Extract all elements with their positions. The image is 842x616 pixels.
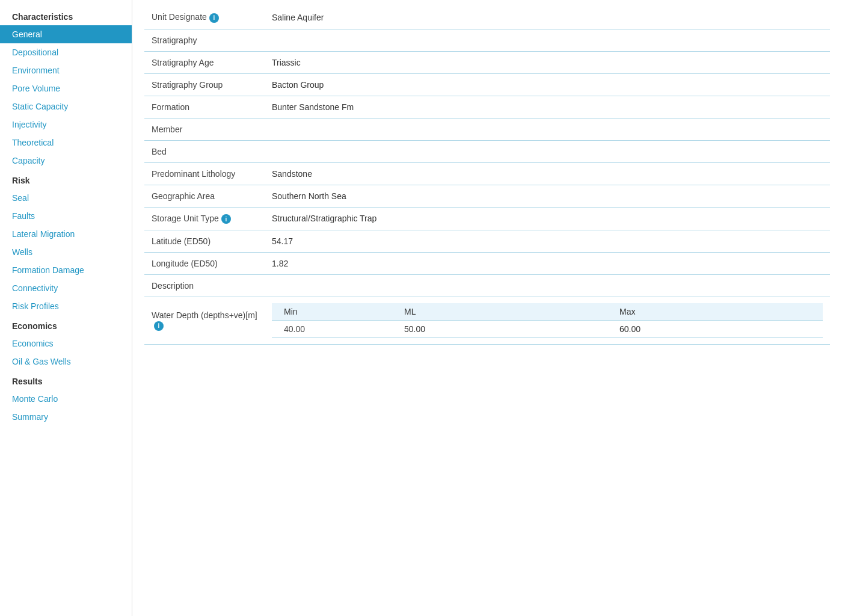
table-row: Description (144, 275, 830, 297)
row-value (265, 275, 830, 297)
sidebar-item-monte-carlo[interactable]: Monte Carlo (0, 390, 132, 408)
row-label: Member (144, 118, 265, 140)
water-depth-row: Water Depth (depths+ve)[m]iMinMLMax40.00… (144, 297, 830, 345)
general-table: Unit DesignateiSaline AquiferStratigraph… (144, 6, 830, 345)
table-row: Member (144, 118, 830, 140)
row-value (265, 118, 830, 140)
row-value: 54.17 (265, 230, 830, 253)
row-label: Formation (144, 96, 265, 118)
sub-table-value: 60.00 (607, 321, 823, 338)
sidebar-item-seal[interactable]: Seal (0, 189, 132, 207)
row-label: Description (144, 275, 265, 297)
row-value: Sandstone (265, 162, 830, 185)
sidebar-item-faults[interactable]: Faults (0, 207, 132, 225)
info-icon[interactable]: i (209, 13, 219, 23)
table-row: Unit DesignateiSaline Aquifer (144, 6, 830, 29)
row-value: Saline Aquifer (265, 6, 830, 29)
sidebar-item-wells[interactable]: Wells (0, 243, 132, 261)
sidebar-item-lateral-migration[interactable]: Lateral Migration (0, 225, 132, 243)
economics-section: Economics (0, 315, 132, 334)
sidebar-item-pore-volume[interactable]: Pore Volume (0, 79, 132, 97)
sidebar-item-risk-profiles[interactable]: Risk Profiles (0, 297, 132, 315)
sidebar-item-capacity[interactable]: Capacity (0, 152, 132, 170)
sub-table-header: Max (607, 303, 823, 321)
row-value: Southern North Sea (265, 185, 830, 207)
water-depth-label: Water Depth (depths+ve)[m]i (144, 297, 265, 345)
sidebar-item-oil-gas-wells[interactable]: Oil & Gas Wells (0, 353, 132, 371)
table-row: Longitude (ED50)1.82 (144, 253, 830, 275)
sub-table-value: 50.00 (392, 321, 607, 338)
risk-section: Risk (0, 170, 132, 189)
table-row: Stratigraphy AgeTriassic (144, 51, 830, 73)
sidebar-item-connectivity[interactable]: Connectivity (0, 279, 132, 297)
sidebar-item-injectivity[interactable]: Injectivity (0, 116, 132, 134)
table-row: Stratigraphy GroupBacton Group (144, 73, 830, 96)
sidebar-item-general[interactable]: General (0, 25, 132, 43)
row-label: Storage Unit Typei (144, 207, 265, 230)
row-label: Stratigraphy Age (144, 51, 265, 73)
sub-table-header: ML (392, 303, 607, 321)
row-label: Stratigraphy (144, 29, 265, 51)
table-row: Stratigraphy (144, 29, 830, 51)
sub-table-value: 40.00 (272, 321, 392, 338)
table-row: Geographic AreaSouthern North Sea (144, 185, 830, 207)
table-row: Latitude (ED50)54.17 (144, 230, 830, 253)
info-icon[interactable]: i (154, 321, 164, 331)
table-row: FormationBunter Sandstone Fm (144, 96, 830, 118)
row-label: Bed (144, 140, 265, 162)
row-label: Unit Designatei (144, 6, 265, 29)
sidebar-item-theoretical[interactable]: Theoretical (0, 134, 132, 152)
row-value: Bunter Sandstone Fm (265, 96, 830, 118)
row-value: Triassic (265, 51, 830, 73)
results-section: Results (0, 371, 132, 390)
sidebar: Characteristics General Depositional Env… (0, 0, 132, 616)
row-value: Structural/Stratigraphic Trap (265, 207, 830, 230)
row-value: 1.82 (265, 253, 830, 275)
row-label: Predominant Lithology (144, 162, 265, 185)
sidebar-item-economics[interactable]: Economics (0, 334, 132, 353)
row-value (265, 29, 830, 51)
sidebar-item-depositional[interactable]: Depositional (0, 43, 132, 61)
sidebar-item-formation-damage[interactable]: Formation Damage (0, 261, 132, 279)
sidebar-item-summary[interactable]: Summary (0, 408, 132, 426)
water-depth-values: MinMLMax40.0050.0060.00 (265, 297, 830, 345)
row-label: Stratigraphy Group (144, 73, 265, 96)
info-icon[interactable]: i (221, 214, 231, 224)
table-row: Predominant LithologySandstone (144, 162, 830, 185)
characteristics-section: Characteristics (0, 6, 132, 25)
sidebar-item-environment[interactable]: Environment (0, 61, 132, 79)
table-row: Storage Unit TypeiStructural/Stratigraph… (144, 207, 830, 230)
row-label: Latitude (ED50) (144, 230, 265, 253)
sidebar-item-static-capacity[interactable]: Static Capacity (0, 97, 132, 116)
row-label: Geographic Area (144, 185, 265, 207)
row-value (265, 140, 830, 162)
row-label: Longitude (ED50) (144, 253, 265, 275)
row-value: Bacton Group (265, 73, 830, 96)
table-row: Bed (144, 140, 830, 162)
main-content: Unit DesignateiSaline AquiferStratigraph… (132, 0, 842, 616)
sub-table-header: Min (272, 303, 392, 321)
